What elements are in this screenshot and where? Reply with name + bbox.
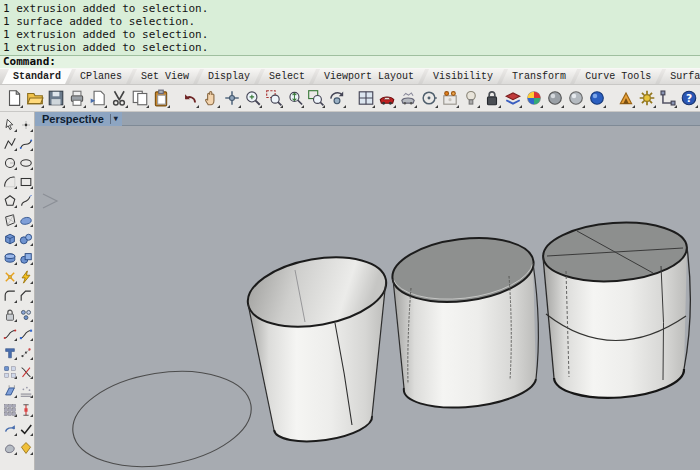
move-pts-icon[interactable] xyxy=(18,344,34,361)
freeform-curve-icon[interactable] xyxy=(18,192,34,209)
tab-visibility[interactable]: Visibility xyxy=(422,69,504,84)
grid-array-icon[interactable] xyxy=(2,401,18,418)
paste-icon[interactable] xyxy=(150,88,171,109)
viewport-titlebar: Perspective ▾ xyxy=(35,112,700,126)
select-cursor-icon[interactable] xyxy=(2,116,18,133)
cut-icon[interactable] xyxy=(108,88,129,109)
set-view-icon[interactable] xyxy=(418,88,439,109)
save-icon[interactable] xyxy=(45,88,66,109)
sphere-gray-icon[interactable] xyxy=(544,88,565,109)
command-history-line: 1 extrusion added to selection. xyxy=(3,41,697,54)
command-history-line: 1 surface added to selection. xyxy=(3,15,697,28)
viewport-title-label: Perspective xyxy=(42,113,104,125)
render-preview-icon[interactable] xyxy=(397,88,418,109)
polygon-icon[interactable] xyxy=(2,192,18,209)
tab-select[interactable]: Select xyxy=(258,69,316,84)
layer-state-icon[interactable] xyxy=(502,88,523,109)
point-icon[interactable] xyxy=(18,116,34,133)
dimension-vert-icon[interactable] xyxy=(18,401,34,418)
open-folder-icon[interactable] xyxy=(24,88,45,109)
sphere-gray2-icon[interactable] xyxy=(565,88,586,109)
lightning-icon[interactable] xyxy=(18,268,34,285)
zoom-dynamic-icon[interactable] xyxy=(284,88,305,109)
tab-display[interactable]: Display xyxy=(197,69,261,84)
circle-curve[interactable] xyxy=(66,359,258,470)
lightbulb-icon[interactable] xyxy=(460,88,481,109)
pan-hand-icon[interactable] xyxy=(200,88,221,109)
cylinder-solid-icon[interactable] xyxy=(2,249,18,266)
tab-set-view[interactable]: Set View xyxy=(130,69,200,84)
srf-blob-icon[interactable] xyxy=(18,211,34,228)
command-area: 1 extrusion added to selection.1 surface… xyxy=(0,0,700,68)
gumball-diamond-icon[interactable] xyxy=(18,439,34,456)
polyline-icon[interactable] xyxy=(2,135,18,152)
help-icon[interactable]: ? xyxy=(678,88,699,109)
tab-surface-tools[interactable]: Surface Tools xyxy=(659,69,700,84)
ellipse-icon[interactable] xyxy=(18,154,34,171)
viewport-flyout-arrow xyxy=(43,194,57,208)
hatch-dots-icon[interactable] xyxy=(18,382,34,399)
command-prompt[interactable]: Command: xyxy=(0,55,700,68)
cage-blob-icon[interactable] xyxy=(2,439,18,456)
viewport-scene xyxy=(35,126,700,470)
undo-icon[interactable] xyxy=(179,88,200,109)
capped-cylinder-cross-top[interactable] xyxy=(541,218,690,398)
boolean-solids-icon[interactable] xyxy=(18,249,34,266)
page-copy-icon[interactable] xyxy=(87,88,108,109)
array-rect-icon[interactable] xyxy=(2,363,18,380)
lock-small-icon[interactable] xyxy=(2,306,18,323)
circle-icon[interactable] xyxy=(2,154,18,171)
arc-icon[interactable] xyxy=(2,173,18,190)
command-history-line: 1 extrusion added to selection. xyxy=(3,2,697,15)
command-prompt-label: Command: xyxy=(3,55,56,68)
viewport-canvas[interactable] xyxy=(35,126,700,470)
adjust-blend-icon[interactable] xyxy=(18,325,34,342)
zoom-window-icon[interactable] xyxy=(263,88,284,109)
new-file-icon[interactable] xyxy=(3,88,24,109)
explode-icon[interactable] xyxy=(2,268,18,285)
check-icon[interactable] xyxy=(18,420,34,437)
rectangle-icon[interactable] xyxy=(18,173,34,190)
sphere-blue-icon[interactable] xyxy=(586,88,607,109)
text-T-icon[interactable] xyxy=(2,344,18,361)
perspective-viewport: Perspective ▾ xyxy=(35,112,700,470)
tab-curve-tools[interactable]: Curve Tools xyxy=(574,69,662,84)
lock-icon[interactable] xyxy=(481,88,502,109)
capped-cylinder[interactable] xyxy=(389,231,539,408)
zoom-icon[interactable] xyxy=(242,88,263,109)
rotate-camera-icon[interactable] xyxy=(326,88,347,109)
history-link-icon[interactable] xyxy=(657,88,678,109)
color-wheel-icon[interactable] xyxy=(523,88,544,109)
options-gear-icon[interactable] xyxy=(636,88,657,109)
tab-transform[interactable]: Transform xyxy=(501,69,577,84)
copy-icon[interactable] xyxy=(129,88,150,109)
tab-cplanes[interactable]: CPlanes xyxy=(69,69,133,84)
group-dots-icon[interactable] xyxy=(18,306,34,323)
box-icon[interactable] xyxy=(2,230,18,247)
viewport-title-separator xyxy=(110,114,111,124)
render-icon[interactable] xyxy=(376,88,397,109)
blend-curve-icon[interactable] xyxy=(2,325,18,342)
chevron-down-icon[interactable]: ▾ xyxy=(114,114,118,123)
curve-cp-icon[interactable] xyxy=(18,135,34,152)
chamfer-corner-icon[interactable] xyxy=(18,287,34,304)
zoom-extents-icon[interactable] xyxy=(305,88,326,109)
srf-points-icon[interactable] xyxy=(2,211,18,228)
rotate-blue-icon[interactable] xyxy=(2,420,18,437)
main-area: Perspective ▾ xyxy=(0,112,700,470)
viewport-title-menu[interactable]: Perspective ▾ xyxy=(35,112,122,126)
tab-standard[interactable]: Standard xyxy=(2,69,72,84)
spheres-icon[interactable] xyxy=(18,230,34,247)
render-settings-icon[interactable] xyxy=(615,88,636,109)
open-cylinder[interactable] xyxy=(242,247,391,441)
four-viewports-icon[interactable] xyxy=(355,88,376,109)
trim-icon[interactable] xyxy=(18,363,34,380)
rhino-application-window: 1 extrusion added to selection.1 surface… xyxy=(0,0,700,470)
print-icon[interactable] xyxy=(66,88,87,109)
extrude-srf-icon[interactable] xyxy=(2,382,18,399)
rotate-view-icon[interactable] xyxy=(221,88,242,109)
command-history[interactable]: 1 extrusion added to selection.1 surface… xyxy=(0,0,700,55)
fillet-corner-icon[interactable] xyxy=(2,287,18,304)
tab-viewport-layout[interactable]: Viewport Layout xyxy=(313,69,425,84)
named-position-icon[interactable] xyxy=(439,88,460,109)
